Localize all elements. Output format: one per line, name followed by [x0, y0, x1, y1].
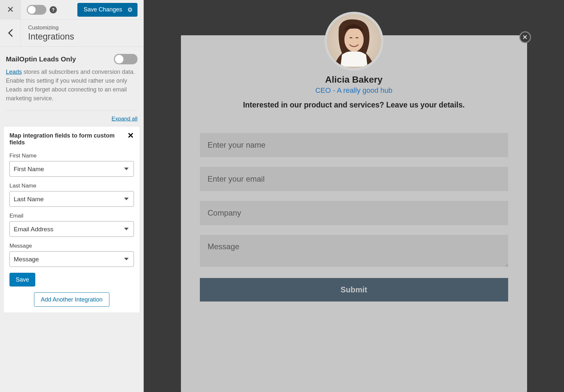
- field-label-message: Message: [9, 243, 134, 249]
- divider: [6, 110, 137, 110]
- svg-point-1: [344, 28, 363, 52]
- leads-description-text: stores all subscribers and conversion da…: [6, 69, 135, 102]
- breadcrumb-row: Customizing Integrations: [0, 20, 143, 47]
- name-input[interactable]: [200, 133, 508, 157]
- field-label-last-name: Last Name: [9, 183, 134, 189]
- select-wrap-first-name: First Name: [9, 161, 134, 177]
- expand-all-link[interactable]: Expand all: [6, 116, 137, 122]
- company-input[interactable]: [200, 201, 508, 225]
- message-select[interactable]: Message: [9, 251, 134, 267]
- save-changes-label: Save Changes: [84, 6, 122, 13]
- leads-link[interactable]: Leads: [6, 69, 22, 75]
- save-changes-button[interactable]: Save Changes ⚙: [77, 3, 137, 17]
- section-body: MailOptin Leads Only Leads stores all su…: [0, 47, 143, 320]
- leads-title: MailOptin Leads Only: [6, 55, 76, 63]
- select-wrap-message: Message: [9, 251, 134, 267]
- mapping-panel: ✕ Map integration fields to form custom …: [3, 126, 140, 313]
- breadcrumb: Customizing Integrations: [21, 20, 74, 46]
- save-button[interactable]: Save: [9, 273, 35, 286]
- close-icon[interactable]: ✕: [0, 0, 21, 20]
- submit-button[interactable]: Submit: [200, 278, 508, 302]
- prompt-text: Interested in our product and services? …: [200, 101, 508, 109]
- panel-title: Map integration fields to form custom fi…: [9, 132, 134, 146]
- field-label-first-name: First Name: [9, 153, 134, 159]
- gear-icon: ⚙: [127, 6, 133, 13]
- publish-toggle[interactable]: [27, 5, 46, 15]
- leads-row: MailOptin Leads Only: [6, 54, 137, 64]
- modal-close-icon[interactable]: ✕: [519, 31, 531, 43]
- last-name-select[interactable]: Last Name: [9, 191, 134, 207]
- help-icon[interactable]: ?: [50, 6, 57, 13]
- select-wrap-email: Email Address: [9, 221, 134, 237]
- avatar: [325, 12, 383, 71]
- customizer-sidebar: ✕ ? Save Changes ⚙ Customizing Integrati…: [0, 0, 144, 392]
- email-select[interactable]: Email Address: [9, 221, 134, 237]
- field-label-email: Email: [9, 213, 134, 219]
- email-input[interactable]: [200, 167, 508, 191]
- leads-toggle[interactable]: [114, 54, 137, 64]
- back-icon[interactable]: [0, 20, 21, 46]
- add-integration-button[interactable]: Add Another Integration: [34, 292, 109, 307]
- section-title: Integrations: [28, 32, 74, 42]
- person-subtitle: CEO - A really good hub: [200, 86, 508, 95]
- panel-close-icon[interactable]: ✕: [127, 131, 134, 140]
- message-input[interactable]: [200, 235, 508, 267]
- topbar: ✕ ? Save Changes ⚙: [0, 0, 143, 20]
- select-wrap-last-name: Last Name: [9, 191, 134, 207]
- person-section: Alicia Bakery CEO - A really good hub: [200, 74, 508, 95]
- customizing-label: Customizing: [28, 24, 74, 31]
- publish-toggle-wrap: ?: [21, 5, 57, 15]
- first-name-select[interactable]: First Name: [9, 161, 134, 177]
- leads-description: Leads stores all subscribers and convers…: [6, 68, 137, 103]
- optin-modal: ✕ Alicia Bakery CEO -: [181, 35, 527, 392]
- person-name: Alicia Bakery: [200, 74, 508, 85]
- preview-area: ✕ Alicia Bakery CEO -: [144, 0, 564, 392]
